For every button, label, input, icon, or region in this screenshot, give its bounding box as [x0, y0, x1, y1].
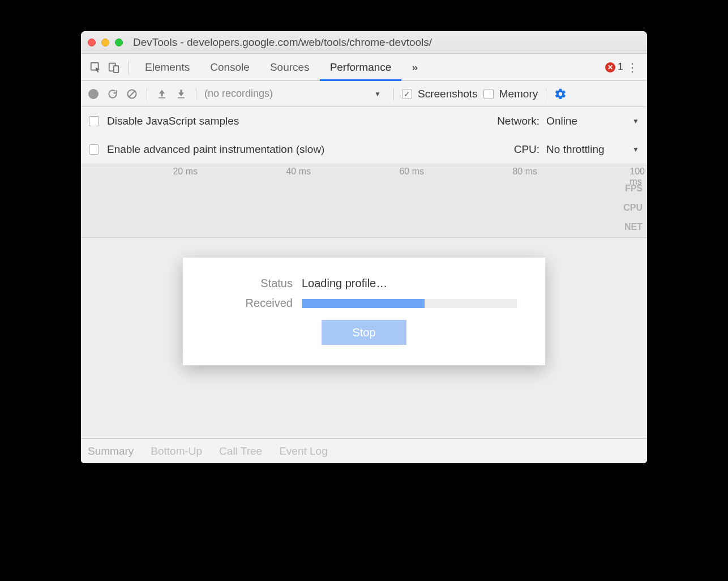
- recordings-dropdown[interactable]: (no recordings) ▼: [204, 88, 386, 100]
- disable-js-checkbox[interactable]: [89, 116, 99, 126]
- error-icon: ✕: [605, 62, 615, 72]
- memory-checkbox[interactable]: [483, 89, 494, 99]
- devtools-window: DevTools - developers.google.com/web/too…: [81, 31, 647, 463]
- svg-rect-2: [114, 66, 118, 72]
- tab-performance[interactable]: Performance: [320, 54, 402, 80]
- status-label: Status: [200, 277, 302, 290]
- timeline-canvas: Status Loading profile… Received Stop: [81, 238, 647, 438]
- toggle-device-toolbar-icon[interactable]: [105, 58, 123, 76]
- cpu-label: CPU:: [514, 143, 539, 156]
- memory-label: Memory: [499, 88, 538, 100]
- performance-toolbar: (no recordings) ▼ Screenshots Memory: [81, 81, 647, 107]
- ruler-tick: 40 ms: [286, 166, 313, 177]
- tab-sources[interactable]: Sources: [260, 54, 320, 80]
- divider: [393, 88, 394, 100]
- capture-settings-icon[interactable]: [554, 88, 567, 100]
- reload-button[interactable]: [106, 88, 119, 100]
- bottom-tabs: Summary Bottom-Up Call Tree Event Log: [81, 438, 647, 463]
- ruler-tick: 20 ms: [173, 166, 200, 177]
- bottom-tab-eventlog[interactable]: Event Log: [278, 445, 329, 458]
- received-label: Received: [200, 297, 302, 310]
- titlebar: DevTools - developers.google.com/web/too…: [81, 31, 647, 54]
- svg-line-4: [129, 91, 135, 97]
- disable-js-label: Disable JavaScript samples: [107, 115, 239, 127]
- progress-fill: [302, 299, 425, 308]
- settings-row-2: Enable advanced paint instrumentation (s…: [81, 135, 647, 164]
- chevron-down-icon: ▼: [632, 146, 639, 153]
- bottom-tab-summary[interactable]: Summary: [87, 445, 135, 458]
- divider: [147, 88, 147, 100]
- cpu-throttle-dropdown[interactable]: CPU: No throttling ▼: [514, 143, 639, 156]
- record-button[interactable]: [87, 89, 100, 99]
- error-indicator[interactable]: ✕ 1: [605, 61, 623, 73]
- bottom-tab-calltree[interactable]: Call Tree: [218, 445, 263, 458]
- main-tabs-row: Elements Console Sources Performance » ✕…: [81, 54, 647, 81]
- recordings-placeholder: (no recordings): [204, 88, 273, 100]
- network-label: Network:: [497, 115, 539, 127]
- chevron-down-icon: ▼: [632, 117, 639, 125]
- divider: [129, 61, 129, 74]
- cpu-value: No throttling: [546, 143, 626, 156]
- svg-rect-6: [178, 97, 185, 98]
- enable-paint-label: Enable advanced paint instrumentation (s…: [107, 143, 324, 156]
- settings-row-1: Disable JavaScript samples Network: Onli…: [81, 107, 647, 135]
- load-profile-button[interactable]: [155, 88, 169, 100]
- window-title: DevTools - developers.google.com/web/too…: [133, 36, 432, 49]
- network-throttle-dropdown[interactable]: Network: Online ▼: [497, 115, 639, 127]
- timeline-ruler: 20 ms 40 ms 60 ms 80 ms 100 ms FPS CPU N…: [81, 164, 647, 238]
- network-value: Online: [546, 115, 626, 127]
- received-progress-bar: [302, 299, 517, 308]
- close-window-button[interactable]: [88, 39, 96, 46]
- tabs-overflow-button[interactable]: »: [401, 54, 428, 80]
- ruler-tick: 80 ms: [512, 166, 539, 177]
- status-value: Loading profile…: [302, 277, 387, 290]
- inspect-element-icon[interactable]: [87, 58, 105, 76]
- error-count: 1: [618, 61, 623, 73]
- divider: [546, 88, 546, 100]
- tab-console[interactable]: Console: [200, 54, 260, 80]
- enable-paint-checkbox[interactable]: [89, 144, 99, 155]
- capture-settings-panel: Disable JavaScript samples Network: Onli…: [81, 107, 647, 164]
- clear-button[interactable]: [125, 88, 139, 100]
- svg-rect-5: [159, 97, 165, 98]
- divider: [196, 88, 196, 100]
- more-options-icon[interactable]: ⋮: [623, 61, 641, 74]
- lane-cpu: CPU: [623, 203, 643, 213]
- bottom-tab-bottomup[interactable]: Bottom-Up: [149, 445, 203, 458]
- save-profile-button[interactable]: [174, 88, 188, 100]
- traffic-lights: [88, 39, 123, 46]
- loading-profile-dialog: Status Loading profile… Received Stop: [183, 258, 545, 365]
- zoom-window-button[interactable]: [115, 39, 123, 46]
- lane-fps: FPS: [625, 183, 643, 194]
- stop-button[interactable]: Stop: [322, 320, 406, 345]
- ruler-tick: 60 ms: [399, 166, 426, 177]
- chevron-down-icon: ▼: [374, 90, 381, 98]
- minimize-window-button[interactable]: [101, 39, 109, 46]
- screenshots-checkbox[interactable]: [402, 89, 412, 99]
- screenshots-label: Screenshots: [418, 88, 478, 100]
- tab-elements[interactable]: Elements: [135, 54, 200, 80]
- lane-net: NET: [624, 222, 643, 232]
